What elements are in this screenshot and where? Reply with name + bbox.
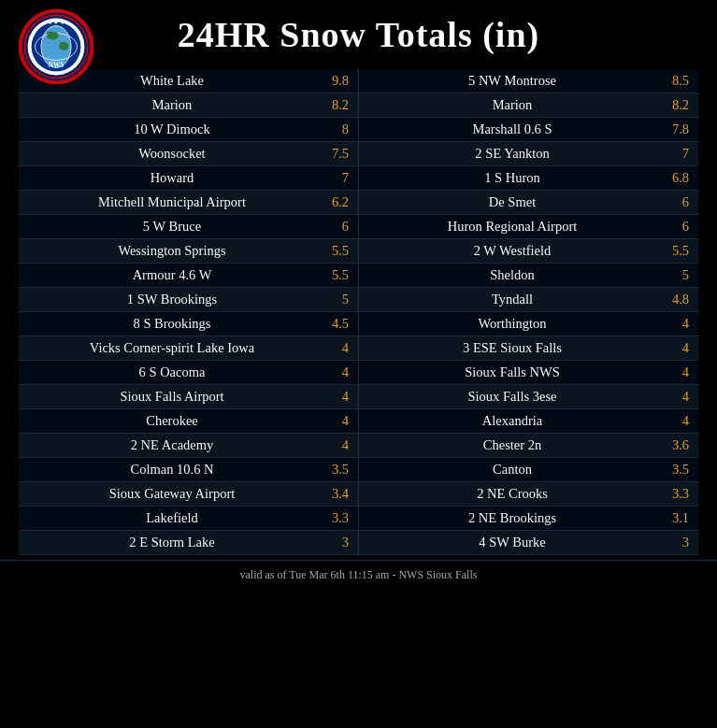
snow-value: 5 bbox=[656, 267, 689, 283]
snow-value: 4 bbox=[316, 413, 349, 429]
table-row: Woonsocket7.5 bbox=[19, 142, 358, 166]
snow-value: 6 bbox=[656, 219, 689, 235]
location-name: Sioux Falls Airport bbox=[28, 389, 316, 405]
location-name: 2 NE Academy bbox=[28, 437, 316, 453]
table-row: Tyndall4.8 bbox=[359, 288, 698, 312]
table-row: Canton3.5 bbox=[359, 458, 698, 482]
location-name: Sioux Falls 3ese bbox=[368, 389, 656, 405]
location-name: Canton bbox=[368, 462, 656, 478]
footer-label: valid as of Tue Mar 6th 11:15 am - NWS S… bbox=[240, 568, 478, 581]
footer-text: valid as of Tue Mar 6th 11:15 am - NWS S… bbox=[0, 560, 717, 590]
table-row: De Smet6 bbox=[359, 191, 698, 215]
snow-value: 7.5 bbox=[316, 146, 349, 162]
snow-value: 3.6 bbox=[656, 437, 689, 453]
snow-value: 4 bbox=[316, 364, 349, 380]
location-name: 2 W Westfield bbox=[368, 243, 656, 259]
left-column: White Lake9.8Marion8.210 W Dimock8Woonso… bbox=[19, 69, 358, 555]
location-name: Armour 4.6 W bbox=[28, 267, 316, 283]
snow-value: 3.3 bbox=[656, 486, 689, 502]
location-name: 5 NW Montrose bbox=[368, 73, 656, 89]
location-name: 8 S Brookings bbox=[28, 316, 316, 332]
snow-value: 8.2 bbox=[656, 97, 689, 113]
page-header: ★ ★ ★ ★ ★ ★ NWS 24HR Snow Totals (in) bbox=[0, 0, 717, 64]
table-row: Marion8.2 bbox=[359, 93, 698, 118]
page-title: 24HR Snow Totals (in) bbox=[178, 14, 539, 55]
snow-value: 6 bbox=[316, 219, 349, 235]
snow-value: 4 bbox=[656, 364, 689, 380]
table-row: 1 S Huron6.8 bbox=[359, 166, 698, 191]
table-row: Sioux Falls NWS4 bbox=[359, 361, 698, 385]
svg-text:★ ★ ★: ★ ★ ★ bbox=[48, 19, 65, 25]
table-row: Marshall 0.6 S7.8 bbox=[359, 118, 698, 142]
table-row: Huron Regional Airport6 bbox=[359, 215, 698, 239]
location-name: 3 ESE Sioux Falls bbox=[368, 340, 656, 356]
location-name: Tyndall bbox=[368, 292, 656, 307]
snow-value: 7.8 bbox=[656, 121, 689, 137]
table-row: 10 W Dimock8 bbox=[19, 118, 358, 142]
table-row: 2 SE Yankton7 bbox=[359, 142, 698, 166]
snow-value: 8.2 bbox=[316, 97, 349, 113]
table-row: Sioux Gateway Airport3.4 bbox=[19, 482, 358, 507]
snow-value: 4.5 bbox=[316, 316, 349, 332]
location-name: Marion bbox=[28, 97, 316, 113]
location-name: Marion bbox=[368, 97, 656, 113]
location-name: Vicks Corner-spirit Lake Iowa bbox=[28, 340, 316, 356]
table-row: Lakefield3.3 bbox=[19, 507, 358, 531]
location-name: Mitchell Municipal Airport bbox=[28, 194, 316, 210]
snow-value: 3.4 bbox=[316, 486, 349, 502]
location-name: 4 SW Burke bbox=[368, 535, 656, 550]
table-row: Sheldon5 bbox=[359, 264, 698, 288]
snow-value: 4 bbox=[656, 316, 689, 332]
snow-value: 9.8 bbox=[316, 73, 349, 89]
table-row: 2 NE Brookings3.1 bbox=[359, 507, 698, 531]
location-name: Woonsocket bbox=[28, 146, 316, 162]
table-row: 5 W Bruce6 bbox=[19, 215, 358, 239]
location-name: 2 E Storm Lake bbox=[28, 535, 316, 550]
snow-value: 3.5 bbox=[656, 462, 689, 478]
snow-value: 4 bbox=[656, 389, 689, 405]
location-name: 1 S Huron bbox=[368, 170, 656, 186]
table-row: Armour 4.6 W5.5 bbox=[19, 264, 358, 288]
table-row: Vicks Corner-spirit Lake Iowa4 bbox=[19, 336, 358, 361]
snow-value: 6.2 bbox=[316, 194, 349, 210]
snow-value: 5.5 bbox=[316, 267, 349, 283]
location-name: 10 W Dimock bbox=[28, 121, 316, 137]
table-row: Marion8.2 bbox=[19, 93, 358, 118]
location-name: Alexandria bbox=[368, 413, 656, 429]
table-row: 3 ESE Sioux Falls4 bbox=[359, 336, 698, 361]
table-row: 2 W Westfield5.5 bbox=[359, 239, 698, 264]
snow-value: 8.5 bbox=[656, 73, 689, 89]
data-table: White Lake9.8Marion8.210 W Dimock8Woonso… bbox=[0, 64, 717, 560]
snow-value: 5.5 bbox=[316, 243, 349, 259]
table-row: Sioux Falls 3ese4 bbox=[359, 385, 698, 409]
location-name: 6 S Oacoma bbox=[28, 364, 316, 380]
table-row: 6 S Oacoma4 bbox=[19, 361, 358, 385]
location-name: Wessington Springs bbox=[28, 243, 316, 259]
table-row: Wessington Springs5.5 bbox=[19, 239, 358, 264]
snow-value: 4 bbox=[316, 437, 349, 453]
location-name: Lakefield bbox=[28, 510, 316, 526]
table-row: Chester 2n3.6 bbox=[359, 434, 698, 458]
snow-value: 3.1 bbox=[656, 510, 689, 526]
location-name: Sheldon bbox=[368, 267, 656, 283]
table-row: 1 SW Brookings5 bbox=[19, 288, 358, 312]
snow-value: 4 bbox=[316, 389, 349, 405]
location-name: 2 NE Brookings bbox=[368, 510, 656, 526]
snow-value: 7 bbox=[316, 170, 349, 186]
snow-value: 8 bbox=[316, 121, 349, 137]
snow-value: 5 bbox=[316, 292, 349, 307]
location-name: 1 SW Brookings bbox=[28, 292, 316, 307]
table-row: 2 NE Crooks3.3 bbox=[359, 482, 698, 507]
table-row: 2 E Storm Lake3 bbox=[19, 531, 358, 555]
location-name: Howard bbox=[28, 170, 316, 186]
snow-value: 5.5 bbox=[656, 243, 689, 259]
location-name: Colman 10.6 N bbox=[28, 462, 316, 478]
location-name: Sioux Gateway Airport bbox=[28, 486, 316, 502]
table-row: Worthington4 bbox=[359, 312, 698, 336]
svg-text:★ ★ ★: ★ ★ ★ bbox=[48, 70, 65, 76]
snow-value: 3 bbox=[656, 535, 689, 550]
right-column: 5 NW Montrose8.5Marion8.2Marshall 0.6 S7… bbox=[359, 69, 698, 555]
table-row: 2 NE Academy4 bbox=[19, 434, 358, 458]
table-row: 5 NW Montrose8.5 bbox=[359, 69, 698, 93]
table-row: Cherokee4 bbox=[19, 409, 358, 434]
